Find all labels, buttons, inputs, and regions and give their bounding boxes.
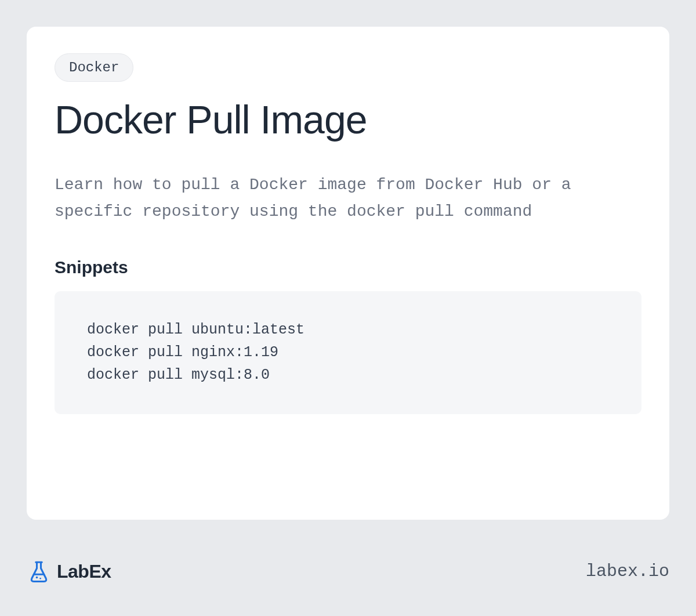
flask-icon — [27, 559, 51, 584]
code-snippet: docker pull ubuntu:latest docker pull ng… — [55, 291, 641, 414]
page-description: Learn how to pull a Docker image from Do… — [55, 172, 641, 225]
content-card: Docker Docker Pull Image Learn how to pu… — [27, 27, 669, 520]
site-url: labex.io — [586, 561, 669, 581]
brand-name: LabEx — [57, 561, 111, 582]
svg-point-0 — [36, 577, 38, 579]
page-title: Docker Pull Image — [55, 98, 641, 142]
svg-point-1 — [39, 578, 41, 579]
brand-logo: LabEx — [27, 559, 111, 584]
snippets-heading: Snippets — [55, 258, 641, 277]
category-tag: Docker — [55, 53, 133, 82]
footer: LabEx labex.io — [27, 559, 669, 584]
